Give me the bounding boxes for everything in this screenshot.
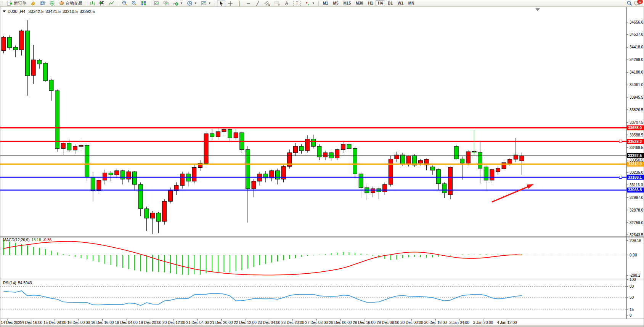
time-tick-label: 19 Dec 04:00 — [115, 321, 138, 325]
timeframe-D1[interactable]: D1 — [385, 0, 395, 6]
timeframe-M30[interactable]: M30 — [353, 0, 365, 6]
price-tick-label: 32759.0 — [630, 221, 644, 225]
candlestick-chart-button[interactable] — [98, 0, 106, 7]
timeframe-M5[interactable]: M5 — [331, 0, 341, 6]
zoom-out-icon — [131, 0, 137, 6]
crosshair-tool-button[interactable] — [226, 0, 234, 7]
equidistant-channel-tool-button[interactable]: E — [263, 0, 272, 7]
line-drag-handle[interactable] — [619, 140, 622, 143]
timeframe-H4[interactable]: H4 — [376, 0, 385, 6]
candle-bull — [216, 131, 220, 137]
candle-bear — [436, 170, 440, 184]
time-tick-label: 4 Jan 12:00 — [497, 321, 517, 325]
time-tick-label: 22 Dec 12:00 — [234, 321, 257, 325]
zoom-out-button[interactable] — [130, 0, 138, 7]
arrows-tool-button[interactable]: ▼ — [303, 0, 316, 7]
candle-bear — [13, 47, 18, 50]
tile-windows-button[interactable] — [139, 0, 148, 7]
candle-bull — [335, 149, 339, 158]
vertical-line-icon: │ — [237, 1, 242, 6]
candle-bull — [389, 159, 393, 184]
candle-bear — [401, 155, 405, 164]
time-tick-label: 15 Dec 08:00 — [43, 321, 66, 325]
candle-bear — [120, 171, 125, 179]
vertical-line-tool-button[interactable]: │ — [235, 0, 244, 7]
candle-bull — [490, 170, 494, 180]
price-tick-label: 32997.0 — [630, 196, 644, 200]
line-drag-handle[interactable] — [619, 176, 622, 179]
price-tick-label: 34180.0 — [630, 70, 644, 74]
signals-button[interactable] — [48, 0, 56, 7]
market-watch-button[interactable] — [29, 0, 37, 7]
auto-trading-label: 自动交易 — [66, 0, 82, 6]
auto-arrange-button[interactable] — [152, 0, 161, 7]
candle-bear — [228, 130, 232, 138]
candle-bear — [85, 145, 89, 177]
indicators-button[interactable]: ▼ — [171, 0, 185, 7]
bar-chart-button[interactable] — [88, 0, 97, 7]
search-icon[interactable] — [626, 0, 632, 6]
rsi-axis-label: 15 — [630, 308, 634, 312]
time-tick-label: 28 Dec 16:00 — [353, 321, 376, 325]
time-tick-label: 23 Dec 20:00 — [281, 321, 304, 325]
zoom-in-button[interactable] — [120, 0, 129, 7]
candle-bull — [31, 60, 35, 75]
toolbar-right-group: 1 — [626, 0, 643, 6]
timeframe-MN[interactable]: MN — [406, 0, 417, 6]
candle-bull — [61, 143, 65, 149]
candle-bear — [430, 167, 435, 170]
text-tool-button[interactable]: A — [283, 0, 291, 7]
candle-bear — [442, 184, 446, 193]
candle-bull — [371, 189, 375, 193]
fibonacci-tool-button[interactable]: F — [273, 0, 282, 7]
candle-bear — [156, 213, 161, 221]
cascade-windows-button[interactable] — [162, 0, 170, 7]
new-order-button[interactable]: 新订单 — [5, 0, 28, 7]
time-tick-label: 21 Dec 20:00 — [210, 321, 233, 325]
periods-button[interactable]: ▼ — [185, 0, 199, 7]
price-tick-label: 34061.0 — [630, 83, 644, 87]
equidistant-channel-icon: E — [264, 0, 270, 6]
line-chart-button[interactable] — [107, 0, 116, 7]
trendline-tool-button[interactable]: ╱ — [254, 0, 262, 7]
timeframe-W1[interactable]: W1 — [395, 0, 406, 6]
text-label-tool-button[interactable]: T — [292, 0, 302, 7]
candle-bull — [204, 134, 208, 164]
toolbar-separator — [215, 1, 215, 6]
candle-bear — [43, 63, 47, 81]
price-tick-label: 34656.0 — [630, 20, 644, 24]
macd-axis-label: 209.18 — [630, 239, 641, 243]
horizontal-line-tool-button[interactable]: ─ — [244, 0, 253, 7]
candle-bear — [460, 159, 464, 163]
templates-button[interactable]: ▼ — [199, 0, 213, 7]
chart-window: 209.180.00-298.2 1008050150 34656.034537… — [0, 0, 644, 327]
toolbar: 新订单 自动交易 — [0, 0, 644, 7]
candle-bull — [508, 159, 512, 164]
text-label-icon: T — [293, 1, 301, 6]
new-order-icon — [7, 0, 13, 6]
price-tick-label: 33588.5 — [630, 133, 644, 137]
rsi-axis-label: 80 — [630, 284, 634, 289]
candle-bear — [67, 143, 71, 150]
candle-bear — [478, 152, 482, 168]
candle-bull — [323, 153, 327, 157]
terminal-button[interactable] — [38, 0, 47, 7]
cursor-tool-button[interactable] — [217, 0, 225, 7]
rsi-axis-label: 100 — [630, 277, 636, 282]
notifications-button[interactable]: 1 — [634, 0, 641, 6]
timeframe-M15[interactable]: M15 — [341, 0, 353, 6]
price-tick-label: 33350.5 — [630, 158, 644, 162]
mt4-terminal: 新订单 自动交易 — [0, 0, 644, 327]
candle-bull — [180, 174, 185, 186]
line-price-badge-text: 33655.0 — [628, 126, 642, 130]
timeframe-M1[interactable]: M1 — [321, 0, 331, 6]
price-tick-label: 34299.0 — [630, 58, 644, 62]
timeframe-H1[interactable]: H1 — [366, 0, 375, 6]
time-tick-label: 29 Dec 08:00 — [377, 321, 400, 325]
time-tick-label: 16 Dec 00:00 — [67, 321, 90, 325]
auto-trading-button[interactable]: 自动交易 — [57, 0, 84, 7]
candle-bull — [151, 213, 155, 218]
toolbar-grip — [2, 1, 4, 6]
candle-bear — [276, 171, 280, 179]
crosshair-icon — [228, 1, 233, 6]
